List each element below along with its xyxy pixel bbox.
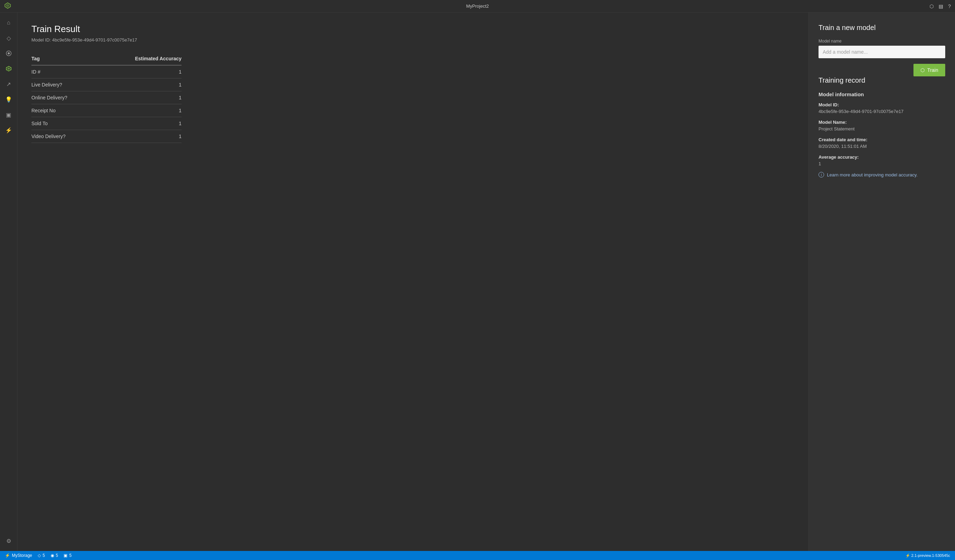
insights-icon: 💡 — [5, 96, 12, 103]
svg-marker-1 — [6, 4, 9, 7]
row-tag: Video Delivery? — [31, 130, 97, 143]
visit-count: 5 — [56, 553, 58, 558]
layout-icon[interactable]: ▤ — [939, 3, 943, 9]
sidebar-item-predict[interactable]: ↗ — [2, 77, 16, 90]
row-accuracy: 1 — [97, 117, 182, 130]
predict-icon: ↗ — [6, 81, 11, 87]
created-row: Created date and time: 8/20/2020, 11:51:… — [819, 137, 945, 149]
new-model-title: Train a new model — [819, 24, 945, 32]
row-tag: Live Delivery? — [31, 78, 97, 91]
version-icon: ⚡ — [905, 554, 910, 558]
app-body: ⌂ ◇ ↗ 💡 ▣ ⚡ — [0, 12, 955, 551]
train-button-label: Train — [927, 67, 938, 73]
share-icon[interactable]: ⬡ — [930, 3, 934, 9]
row-accuracy: 1 — [97, 78, 182, 91]
training-record-title: Training record — [819, 76, 945, 84]
row-accuracy: 1 — [97, 91, 182, 104]
documents-icon: ▣ — [6, 112, 11, 118]
accuracy-link-text: Learn more about improving model accurac… — [827, 172, 917, 178]
train-button-icon: ⬡ — [921, 67, 925, 73]
model-info-title: Model information — [819, 91, 945, 97]
version-label: ⚡ 2.1-preview.1-530545c — [905, 554, 950, 558]
content-area: Train Result Model ID: 4bc9e5fe-953e-49d… — [17, 12, 955, 551]
sidebar-item-connections[interactable]: ⚡ — [2, 123, 16, 137]
sidebar-item-home[interactable]: ⌂ — [2, 16, 16, 29]
model-name-key: Model Name: — [819, 120, 945, 125]
sidebar: ⌂ ◇ ↗ 💡 ▣ ⚡ — [0, 12, 17, 551]
home-icon: ⌂ — [7, 20, 11, 26]
sidebar-item-settings[interactable]: ⚙ — [2, 534, 16, 548]
right-panel: Train a new model Model name ⬡ Train Tra… — [808, 12, 955, 551]
row-accuracy: 1 — [97, 130, 182, 143]
model-name-row: Model Name: Project Statement — [819, 120, 945, 131]
tag-count-item: ◇ 5 — [38, 553, 45, 558]
main-panel: Train Result Model ID: 4bc9e5fe-953e-49d… — [17, 12, 808, 551]
row-tag: Receipt No — [31, 104, 97, 117]
table-row: Online Delivery?1 — [31, 91, 182, 104]
title-bar: MyProject2 ⬡ ▤ ? — [0, 0, 955, 12]
avg-accuracy-value: 1 — [819, 161, 945, 166]
sidebar-item-train[interactable] — [2, 62, 16, 75]
model-name-value: Project Statement — [819, 126, 945, 131]
avg-accuracy-row: Average accuracy: 1 — [819, 154, 945, 166]
status-bar: ⚡ MyStorage ◇ 5 ◉ 5 ▣ 5 ⚡ 2.1-preview.1-… — [0, 551, 955, 560]
storage-item: ⚡ MyStorage — [5, 553, 32, 558]
window-title: MyProject2 — [466, 3, 488, 9]
row-tag: Online Delivery? — [31, 91, 97, 104]
app-logo — [4, 2, 11, 10]
table-row: Live Delivery?1 — [31, 78, 182, 91]
tag-icon: ◇ — [7, 35, 11, 42]
doc-count-item: ▣ 5 — [64, 553, 72, 558]
results-table: Tag Estimated Accuracy ID #1Live Deliver… — [31, 52, 182, 143]
visit-count-item: ◉ 5 — [51, 553, 58, 558]
model-id-row: Model ID: 4bc9e5fe-953e-49d4-9701-97c007… — [819, 102, 945, 114]
row-tag: ID # — [31, 65, 97, 78]
title-bar-actions: ⬡ ▤ ? — [930, 3, 951, 9]
help-icon[interactable]: ? — [948, 3, 951, 9]
doc-count: 5 — [69, 553, 72, 558]
settings-icon: ⚙ — [6, 538, 11, 544]
storage-label: MyStorage — [12, 553, 32, 558]
sidebar-item-ocr[interactable] — [2, 47, 16, 60]
table-row: Receipt No1 — [31, 104, 182, 117]
tag-count: 5 — [42, 553, 45, 558]
train-button[interactable]: ⬡ Train — [913, 64, 945, 76]
visit-count-icon: ◉ — [51, 553, 54, 558]
col-accuracy-header: Estimated Accuracy — [97, 52, 182, 65]
row-accuracy: 1 — [97, 104, 182, 117]
doc-count-icon: ▣ — [64, 553, 67, 558]
created-key: Created date and time: — [819, 137, 945, 142]
model-id-value: 4bc9e5fe-953e-49d4-9701-97c0075e7e17 — [819, 109, 945, 114]
status-left: ⚡ MyStorage ◇ 5 ◉ 5 ▣ 5 — [5, 553, 72, 558]
row-tag: Sold To — [31, 117, 97, 130]
model-name-label: Model name — [819, 39, 945, 44]
created-value: 8/20/2020, 11:51:01 AM — [819, 144, 945, 149]
row-accuracy: 1 — [97, 65, 182, 78]
tag-count-icon: ◇ — [38, 553, 41, 558]
table-row: Video Delivery?1 — [31, 130, 182, 143]
col-tag-header: Tag — [31, 52, 97, 65]
connections-icon: ⚡ — [5, 127, 12, 134]
table-row: Sold To1 — [31, 117, 182, 130]
sidebar-item-documents[interactable]: ▣ — [2, 108, 16, 121]
storage-icon: ⚡ — [5, 553, 10, 558]
page-title: Train Result — [31, 24, 794, 34]
model-id-display: Model ID: 4bc9e5fe-953e-49d4-9701-97c007… — [31, 37, 794, 42]
accuracy-link[interactable]: i Learn more about improving model accur… — [819, 172, 945, 178]
table-row: ID #1 — [31, 65, 182, 78]
svg-point-3 — [8, 52, 10, 55]
model-name-input[interactable] — [819, 46, 945, 58]
sidebar-item-insights[interactable]: 💡 — [2, 93, 16, 106]
model-id-key: Model ID: — [819, 102, 945, 108]
sidebar-item-tags[interactable]: ◇ — [2, 31, 16, 45]
info-circle-icon: i — [819, 172, 824, 178]
avg-accuracy-key: Average accuracy: — [819, 154, 945, 160]
